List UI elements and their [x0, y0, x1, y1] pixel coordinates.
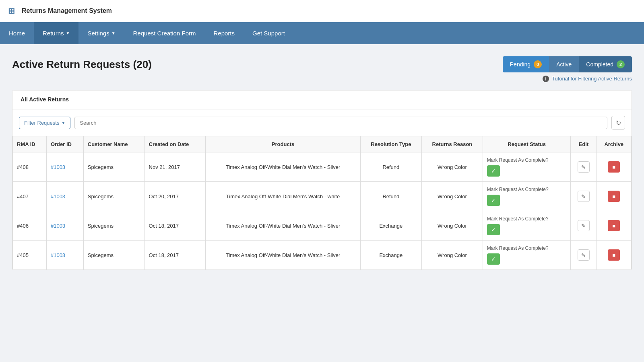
- page-header: Active Return Requests (20) Pending 0 Ac…: [12, 56, 632, 72]
- cell-product: Timex Analog Off-White Dial Men's Watch …: [206, 241, 360, 270]
- edit-button[interactable]: ✎: [578, 249, 590, 261]
- pending-button[interactable]: Pending 0: [503, 56, 549, 72]
- returns-table: RMA ID Order ID Customer Name Created on…: [12, 136, 632, 270]
- order-link[interactable]: #1003: [51, 193, 65, 200]
- cell-rma-id: #405: [13, 241, 47, 270]
- mark-complete-button[interactable]: ✓: [487, 195, 500, 206]
- cell-product: Timex Analog Off-White Dial Men's Watch …: [206, 152, 360, 182]
- edit-button[interactable]: ✎: [578, 161, 590, 173]
- table-header-row: RMA ID Order ID Customer Name Created on…: [13, 136, 632, 152]
- tab-all-active-returns[interactable]: All Active Returns: [12, 90, 77, 109]
- status-text: Mark Request As Complete?: [487, 216, 567, 222]
- cell-rma-id: #408: [13, 152, 47, 182]
- order-link[interactable]: #1003: [51, 223, 65, 229]
- archive-button[interactable]: ■: [608, 161, 620, 173]
- order-link[interactable]: #1003: [51, 252, 65, 258]
- cell-rma-id: #406: [13, 211, 47, 241]
- cell-archive: ■: [597, 182, 631, 211]
- cell-order-id: #1003: [46, 241, 83, 270]
- col-order-id: Order ID: [46, 136, 83, 152]
- cell-archive: ■: [597, 211, 631, 241]
- cell-created-date: Oct 20, 2017: [144, 182, 206, 211]
- cell-request-status: Mark Request As Complete? ✓: [483, 241, 571, 270]
- nav-home[interactable]: Home: [0, 22, 34, 44]
- cell-order-id: #1003: [46, 182, 83, 211]
- cell-archive: ■: [597, 152, 631, 182]
- cell-edit: ✎: [571, 211, 597, 241]
- tutorial-link[interactable]: i Tutorial for Filtering Active Returns: [12, 76, 632, 82]
- app-title: Returns Management System: [22, 7, 112, 14]
- cell-order-id: #1003: [46, 211, 83, 241]
- cell-created-date: Oct 18, 2017: [144, 211, 206, 241]
- col-request-status: Request Status: [483, 136, 571, 152]
- completed-button[interactable]: Completed 2: [579, 56, 632, 72]
- refresh-icon: ↻: [616, 119, 621, 127]
- mark-complete-button[interactable]: ✓: [487, 224, 500, 235]
- cell-returns-reason: Wrong Color: [422, 152, 483, 182]
- tab-header: All Active Returns: [12, 90, 632, 109]
- cell-request-status: Mark Request As Complete? ✓: [483, 152, 571, 182]
- refresh-button[interactable]: ↻: [611, 116, 625, 130]
- col-edit: Edit: [571, 136, 597, 152]
- status-text: Mark Request As Complete?: [487, 157, 567, 163]
- archive-button[interactable]: ■: [608, 191, 620, 202]
- caret-icon: ▼: [66, 31, 70, 35]
- nav-settings[interactable]: Settings ▼: [78, 22, 124, 44]
- cell-request-status: Mark Request As Complete? ✓: [483, 182, 571, 211]
- cell-resolution-type: Refund: [360, 182, 421, 211]
- cell-product: Timex Analog Off-White Dial Men's Watch …: [206, 211, 360, 241]
- cell-returns-reason: Wrong Color: [422, 211, 483, 241]
- cell-returns-reason: Wrong Color: [422, 241, 483, 270]
- nav-returns[interactable]: Returns ▼: [34, 22, 78, 44]
- col-rma-id: RMA ID: [13, 136, 47, 152]
- filter-requests-button[interactable]: Filter Requests ▼: [19, 117, 70, 129]
- archive-button[interactable]: ■: [608, 220, 620, 231]
- main-nav: Home Returns ▼ Settings ▼ Request Creati…: [0, 22, 644, 44]
- table-row: #408 #1003 Spicegems Nov 21, 2017 Timex …: [13, 152, 632, 182]
- cell-edit: ✎: [571, 182, 597, 211]
- app-logo: ⊞ Returns Management System: [8, 6, 112, 16]
- cell-order-id: #1003: [46, 152, 83, 182]
- nav-get-support[interactable]: Get Support: [244, 22, 294, 44]
- cell-resolution-type: Exchange: [360, 211, 421, 241]
- cell-product: Timex Analog Off-White Dial Men's Watch …: [206, 182, 360, 211]
- completed-badge: 2: [617, 60, 625, 68]
- cell-edit: ✎: [571, 152, 597, 182]
- active-button[interactable]: Active: [549, 56, 579, 72]
- pending-badge: 0: [534, 60, 542, 68]
- nav-reports[interactable]: Reports: [204, 22, 244, 44]
- cell-resolution-type: Refund: [360, 152, 421, 182]
- nav-request-creation-form[interactable]: Request Creation Form: [124, 22, 205, 44]
- col-resolution-type: Resolution Type: [360, 136, 421, 152]
- tab-panel: All Active Returns Filter Requests ▼ ↻ R…: [12, 90, 632, 270]
- info-icon: i: [543, 76, 549, 82]
- cell-created-date: Nov 21, 2017: [144, 152, 206, 182]
- col-created-date: Created on Date: [144, 136, 206, 152]
- search-input[interactable]: [74, 117, 607, 129]
- main-content: Active Return Requests (20) Pending 0 Ac…: [0, 44, 644, 278]
- col-returns-reason: Returns Reason: [422, 136, 483, 152]
- cell-edit: ✎: [571, 241, 597, 270]
- table-row: #405 #1003 Spicegems Oct 18, 2017 Timex …: [13, 241, 632, 270]
- mark-complete-button[interactable]: ✓: [487, 253, 500, 265]
- col-customer-name: Customer Name: [83, 136, 144, 152]
- col-products: Products: [206, 136, 360, 152]
- cell-request-status: Mark Request As Complete? ✓: [483, 211, 571, 241]
- mark-complete-button[interactable]: ✓: [487, 165, 500, 177]
- cell-customer-name: Spicegems: [83, 211, 144, 241]
- archive-button[interactable]: ■: [608, 249, 620, 261]
- status-text: Mark Request As Complete?: [487, 187, 567, 192]
- top-bar: ⊞ Returns Management System: [0, 0, 644, 22]
- edit-button[interactable]: ✎: [578, 191, 590, 202]
- order-link[interactable]: #1003: [51, 164, 65, 170]
- caret-icon: ▼: [111, 31, 116, 35]
- cell-customer-name: Spicegems: [83, 182, 144, 211]
- page-title: Active Return Requests (20): [12, 58, 152, 71]
- status-buttons: Pending 0 Active Completed 2: [503, 56, 632, 72]
- edit-button[interactable]: ✎: [578, 220, 590, 231]
- table-row: #406 #1003 Spicegems Oct 18, 2017 Timex …: [13, 211, 632, 241]
- table-row: #407 #1003 Spicegems Oct 20, 2017 Timex …: [13, 182, 632, 211]
- caret-icon: ▼: [61, 121, 65, 125]
- cell-customer-name: Spicegems: [83, 241, 144, 270]
- logo-icon: ⊞: [8, 6, 18, 16]
